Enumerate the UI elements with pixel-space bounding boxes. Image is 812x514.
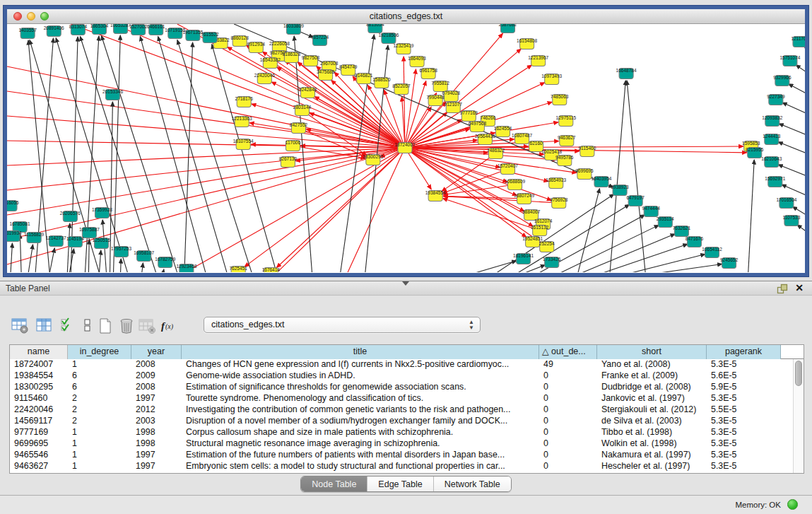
network-node[interactable]: 7857224	[311, 35, 329, 45]
tab-edge-table[interactable]: Edge Table	[367, 477, 433, 491]
network-node[interactable]: 1527002	[129, 24, 148, 35]
column-header-title[interactable]: title	[182, 345, 539, 359]
network-node[interactable]: 18300295	[363, 154, 383, 165]
network-node[interactable]: 6497568	[469, 121, 487, 132]
network-node[interactable]: 2935114	[657, 216, 674, 227]
table-row[interactable]: 1872400712008Changes of HCN gene express…	[10, 359, 804, 370]
float-window-icon[interactable]	[777, 284, 788, 294]
network-node[interactable]: 11156829	[24, 232, 44, 243]
network-node[interactable]: 12213967	[528, 55, 548, 66]
network-node[interactable]: 17359928	[92, 207, 112, 218]
table-row[interactable]: 2242004622012Investigating the contribut…	[10, 404, 804, 416]
network-node[interactable]: 8186328	[283, 52, 301, 62]
tab-node-table[interactable]: Node Table	[301, 477, 367, 491]
column-header-outde[interactable]: △ out_de...	[539, 345, 597, 359]
select-columns-icon[interactable]	[59, 317, 75, 334]
table-row[interactable]: 1938455462009Genome-wide association stu…	[10, 370, 804, 382]
network-node[interactable]: 16648784	[616, 68, 637, 78]
network-node[interactable]: 3475685	[317, 69, 335, 80]
table-row[interactable]: 1456911722003Disruption of a novel membe…	[10, 416, 804, 427]
network-node[interactable]: 7625451	[229, 266, 247, 272]
column-header-pagerank[interactable]: pagerank	[707, 345, 781, 359]
network-window-titlebar[interactable]: citations_edges.txt	[7, 9, 805, 24]
network-node[interactable]: 8313074	[69, 24, 88, 35]
table-settings-icon[interactable]	[11, 317, 30, 334]
network-node[interactable]: 9242848	[299, 87, 317, 98]
scrollbar-thumb[interactable]	[795, 361, 802, 386]
network-node[interactable]: 8813054	[366, 24, 384, 33]
network-node[interactable]: 20153346	[102, 89, 123, 100]
column-header-indegree[interactable]: in_degree	[68, 345, 131, 359]
network-node[interactable]: 1733426	[543, 257, 561, 267]
network-node[interactable]: 8912934	[247, 42, 266, 52]
network-node[interactable]: 252254	[539, 241, 555, 252]
network-node[interactable]: 10654112	[702, 247, 722, 257]
network-node[interactable]: 2718176	[235, 96, 254, 107]
network-node[interactable]: 8860128	[230, 35, 249, 46]
network-node[interactable]: 1615132	[531, 225, 549, 235]
network-node[interactable]: 8938923	[611, 185, 629, 195]
network-node[interactable]: 9474444	[642, 206, 661, 216]
network-node[interactable]: 8522057	[392, 83, 411, 94]
network-node[interactable]: 12093832	[762, 115, 782, 126]
network-node[interactable]: 9495786	[555, 155, 574, 165]
network-node[interactable]: 7615522	[201, 32, 219, 42]
network-node[interactable]: 7486322	[487, 148, 505, 158]
network-node[interactable]: 1145194	[66, 236, 84, 247]
network-node[interactable]: 1676414	[262, 267, 281, 272]
column-header-name[interactable]: name	[10, 345, 68, 359]
network-node[interactable]: 15692971	[765, 176, 785, 187]
network-node[interactable]: 6466161	[147, 24, 165, 35]
network-node[interactable]: 7485063	[551, 94, 569, 105]
network-node[interactable]: 9827508	[302, 55, 320, 66]
network-node[interactable]: 7632621	[673, 226, 691, 236]
network-window[interactable]: citations_edges.txt 18724007796382288601…	[4, 6, 808, 276]
network-node[interactable]: 1588520	[372, 77, 391, 88]
network-node[interactable]: 19384554	[425, 190, 446, 201]
network-node[interactable]: 9329966	[773, 75, 792, 86]
network-node[interactable]: 12142737	[46, 235, 66, 246]
row-height-icon[interactable]	[82, 317, 93, 334]
close-panel-icon[interactable]: ✕	[795, 282, 804, 293]
network-node[interactable]: 13654923	[546, 177, 566, 188]
delete-column-icon[interactable]	[118, 317, 135, 334]
network-node[interactable]: 15720407	[498, 163, 518, 174]
network-node[interactable]: 9227349	[767, 94, 785, 105]
network-node[interactable]: 9463627	[558, 135, 576, 146]
network-node[interactable]: 18196141	[513, 253, 534, 264]
table-row[interactable]: 946362711997Embryonic stem cells: a mode…	[10, 461, 804, 472]
network-node[interactable]: 9245652	[720, 257, 739, 268]
network-node[interactable]: 8471676	[686, 236, 704, 247]
network-node[interactable]: 6479197	[626, 195, 645, 206]
network-node[interactable]: 9756928	[550, 197, 568, 208]
network-node[interactable]: 10688609	[505, 179, 525, 189]
vertical-scrollbar[interactable]	[793, 359, 804, 473]
column-header-short[interactable]: short	[597, 345, 707, 359]
network-node[interactable]: 17957253	[111, 246, 131, 257]
table-row[interactable]: 946554611997Estimation of the future num…	[10, 450, 804, 461]
network-node[interactable]: 18107554	[233, 139, 254, 149]
show-columns-icon[interactable]	[36, 317, 53, 334]
network-node[interactable]: 19218506	[378, 33, 399, 43]
table-row[interactable]: 977716911998Corpus callosum shape and si…	[10, 427, 804, 438]
table-source-select[interactable]: citations_edges.txt ▲▼	[204, 317, 481, 333]
network-node[interactable]: 16033809	[283, 24, 304, 35]
function-builder-icon[interactable]: f (x)	[160, 317, 181, 334]
network-node[interactable]: 12923468	[176, 264, 196, 272]
memory-status-icon[interactable]	[787, 499, 798, 510]
network-node[interactable]: 7990448	[426, 95, 445, 105]
network-node[interactable]: 15751074	[779, 55, 800, 66]
network-node[interactable]: 8267130	[279, 156, 298, 167]
network-node[interactable]: 20206576	[60, 211, 81, 221]
network-node[interactable]: 2587682	[499, 24, 517, 33]
create-column-icon[interactable]	[98, 317, 114, 334]
network-node[interactable]: 9115460	[578, 146, 596, 156]
network-canvas[interactable]: 1872400779638228860128891293422226058982…	[7, 24, 805, 272]
network-node[interactable]: 117006	[286, 140, 301, 151]
network-node[interactable]: 16154808	[517, 38, 537, 49]
network-node[interactable]: 6961758	[419, 68, 437, 78]
network-node[interactable]: 2516055	[7, 200, 19, 211]
network-node[interactable]: 1107533	[782, 215, 800, 226]
delete-table-icon[interactable]	[139, 317, 157, 334]
network-node[interactable]: 1244413	[763, 134, 781, 144]
